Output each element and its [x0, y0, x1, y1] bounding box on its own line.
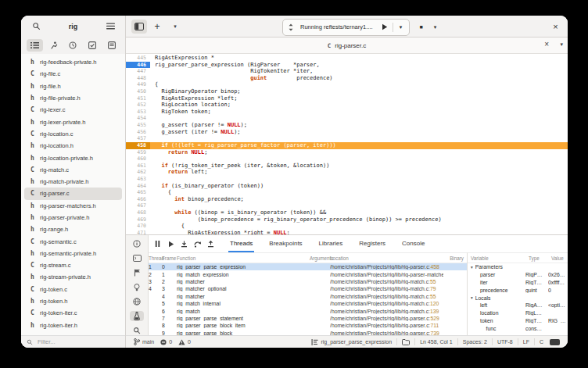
project-tree-icon[interactable]	[27, 39, 43, 52]
line-number[interactable]: 449	[126, 81, 150, 88]
code-line[interactable]: 460	[126, 155, 568, 163]
file-item[interactable]: Crig-token-iter.c	[24, 307, 122, 319]
column-header[interactable]: Variable	[471, 255, 529, 261]
line-number[interactable]: 464	[126, 183, 150, 190]
variable-group[interactable]: ▾Parameters	[468, 263, 568, 271]
code-line[interactable]: 459 return NULL;	[126, 149, 568, 156]
encoding[interactable]: UTF-8	[494, 339, 516, 345]
code-line[interactable]: 455 g_assert (parser != NULL);	[126, 122, 568, 129]
line-number[interactable]: 465	[126, 189, 150, 196]
line-number[interactable]: 467	[126, 202, 150, 209]
line-number[interactable]: 458	[126, 142, 150, 149]
file-item[interactable]: Crig-file.c	[24, 68, 122, 80]
file-item[interactable]: hrig-parser-private.h	[24, 212, 122, 223]
code-line[interactable]: 469 (binop_precedence = rig_binary_opera…	[126, 216, 568, 223]
variable-row[interactable]: parserRigP…0x26…	[468, 271, 568, 279]
bulb-panel-icon[interactable]	[130, 282, 144, 292]
thread-row[interactable]: 6rig_match/home/christian/Projects/rig/l…	[149, 307, 467, 314]
new-tab-button[interactable]: +	[149, 20, 165, 34]
file-item[interactable]: Crig-location.c	[24, 128, 122, 140]
step-over-icon[interactable]	[191, 238, 204, 250]
flags-panel-icon[interactable]	[130, 268, 144, 278]
thread-row[interactable]: 43rig_matcher_optional/home/christian/Pr…	[149, 285, 467, 292]
code-editor[interactable]: 445RigAstExpression *446rig_parser_parse…	[126, 54, 568, 234]
tab-close-button[interactable]: ×	[544, 40, 549, 48]
variable-row[interactable]: __func__cons…	[468, 324, 568, 332]
code-line[interactable]: 448 guint precedence)	[126, 75, 568, 82]
debugger-tab-registers[interactable]: Registers	[357, 235, 387, 252]
column-header[interactable]: Function	[177, 255, 310, 261]
error-indicator[interactable]: 0	[157, 339, 175, 345]
line-number[interactable]: 451	[126, 95, 150, 102]
file-item[interactable]: hrig-lexer-private.h	[24, 116, 122, 127]
column-header[interactable]: Arguments	[310, 255, 330, 261]
branch-indicator[interactable]: main	[131, 338, 157, 345]
line-number[interactable]: 468	[126, 209, 150, 216]
function-context[interactable]: rig_parser_parse_expression	[308, 339, 395, 345]
file-item[interactable]: hrig-stream-private.h	[24, 271, 122, 283]
thread-row[interactable]: 4rig_matcher/home/christian/Projects/rig…	[149, 293, 467, 300]
file-item[interactable]: hrig-match-private.h	[24, 176, 122, 188]
thread-row[interactable]: 5rig_match_internal/home/christian/Proje…	[149, 300, 467, 307]
line-number[interactable]: 469	[126, 216, 150, 223]
folder-indicator[interactable]	[399, 339, 413, 345]
line-number[interactable]: 452	[126, 102, 150, 109]
file-item[interactable]: Crig-semantic.c	[24, 235, 122, 247]
file-item[interactable]: hrig-parser-matchers.h	[24, 200, 122, 212]
thread-row[interactable]: 21rig_match_expression/home/christian/Pr…	[149, 270, 467, 277]
pause-icon[interactable]	[151, 238, 164, 250]
code-line[interactable]: 457	[126, 135, 568, 142]
variable-row[interactable]: tokenRigT…RIG_…	[468, 317, 568, 325]
window-close-button[interactable]: ×	[549, 20, 562, 33]
line-number[interactable]: 445	[126, 55, 150, 62]
code-line[interactable]: 456 g_assert (iter != NULL);	[126, 129, 568, 136]
code-line[interactable]: 458 if (!(left = rig_parser_parse_factor…	[126, 142, 568, 149]
file-item[interactable]: Crig-stream.c	[24, 259, 122, 271]
debugger-tab-threads[interactable]: Threads	[228, 235, 254, 252]
expander-caret-icon[interactable]: ▾	[471, 295, 473, 300]
line-number[interactable]: 454	[126, 115, 150, 122]
line-number[interactable]: 453	[126, 109, 150, 116]
language-mode[interactable]: C	[536, 339, 547, 345]
run-icon[interactable]	[45, 39, 62, 52]
line-number[interactable]: 456	[126, 129, 150, 136]
debugger-tab-console[interactable]: Console	[400, 235, 426, 252]
code-line[interactable]: 470 {	[126, 223, 568, 230]
history-icon[interactable]	[65, 39, 81, 52]
code-line[interactable]: 454	[126, 115, 568, 122]
code-line[interactable]: 449{	[126, 81, 568, 88]
panel-toggle-icon[interactable]	[131, 20, 147, 34]
variable-row[interactable]: locationRigL…	[468, 309, 568, 317]
web-panel-icon[interactable]	[130, 296, 144, 306]
file-item[interactable]: hrig-file.h	[24, 80, 122, 92]
code-line[interactable]: 467	[126, 202, 568, 209]
line-number[interactable]: 466	[126, 196, 150, 203]
file-item[interactable]: Crig-token.c	[24, 284, 122, 295]
code-line[interactable]: 461 if (!rig_token_iter_peek (iter, &tok…	[126, 163, 568, 170]
code-line[interactable]: 462 return left;	[126, 169, 568, 176]
variable-group[interactable]: ▾Locals	[468, 294, 568, 302]
file-item[interactable]: Crig-lexer.c	[24, 104, 122, 116]
column-header[interactable]: Binary	[443, 255, 467, 261]
search-panel-icon[interactable]	[130, 325, 144, 335]
terminal-panel-icon[interactable]	[130, 253, 144, 263]
code-line[interactable]: 464 if (is_binary_operator (token))	[126, 183, 568, 190]
file-item[interactable]: hrig-token.h	[24, 295, 122, 307]
filter-input[interactable]	[36, 338, 109, 346]
run-menu-button[interactable]: ▾	[395, 21, 407, 34]
variable-row[interactable]: precedenceguint0	[468, 286, 568, 294]
build-icon[interactable]	[103, 39, 120, 52]
code-line[interactable]: 447 RigTokenIter *iter,	[126, 68, 568, 75]
code-line[interactable]: 445RigAstExpression *	[126, 55, 568, 62]
step-out-icon[interactable]	[204, 238, 217, 250]
file-item[interactable]: Crig-match.c	[24, 164, 122, 176]
thread-row[interactable]: 32rig_matcher/home/christian/Projects/ri…	[149, 278, 467, 285]
line-number[interactable]: 462	[126, 169, 150, 176]
variable-row[interactable]: leftRigA…<opti…	[468, 302, 568, 309]
warning-indicator[interactable]: 0	[175, 339, 194, 345]
menu-icon[interactable]	[102, 20, 118, 34]
tab-rig-parser-c[interactable]: C rig-parser.c	[320, 38, 375, 53]
thread-row[interactable]: 10rig_parser_parse_expression/home/chris…	[149, 263, 467, 270]
line-ending[interactable]: LF	[520, 339, 532, 345]
line-number[interactable]: 459	[126, 149, 150, 156]
